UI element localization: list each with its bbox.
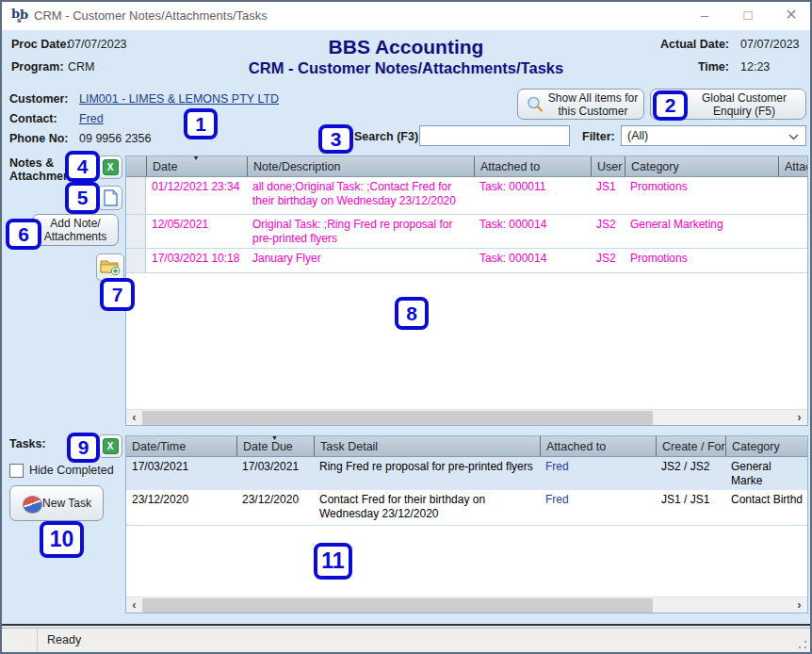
callout-7: 7: [100, 278, 135, 311]
notes-table: ▼Date Note/Description Attached to User …: [125, 155, 808, 426]
task-row[interactable]: 23/12/2020 23/12/2020 Contact Fred for t…: [126, 490, 807, 526]
sort-descending-icon: ▼: [192, 156, 200, 162]
scrollbar-thumb[interactable]: [142, 598, 653, 613]
note-row[interactable]: 17/03/2021 10:18 January Flyer Task: 000…: [126, 249, 807, 273]
show-all-items-label: Show All items for this Customer: [548, 91, 638, 118]
callout-6: 6: [6, 219, 41, 250]
notes-export-excel-button[interactable]: X: [98, 155, 122, 179]
note-date: 12/05/2021: [146, 215, 247, 248]
task-row-selected[interactable]: 17/03/2021 17/03/2021 Ring Fred re propo…: [126, 457, 807, 490]
hide-completed-checkbox[interactable]: [9, 464, 24, 478]
contact-label: Contact:: [9, 112, 57, 125]
tasks-detail-column-header[interactable]: Task Detail: [314, 436, 540, 456]
notes-horizontal-scrollbar[interactable]: ‹ ›: [126, 409, 807, 425]
add-attachment-folder-button[interactable]: [96, 253, 124, 281]
page-title: CRM - Customer Notes/Attachments/Tasks: [2, 59, 810, 77]
search-input[interactable]: [419, 125, 570, 146]
global-customer-enquiry-label: Global Customer Enquiry (F5): [702, 91, 787, 118]
search-label: Search (F3):: [354, 130, 422, 143]
note-description: Original Task: ;Ring Fred re proposal fo…: [247, 215, 474, 248]
callout-10: 10: [40, 521, 84, 558]
sort-descending-icon: ▼: [271, 436, 279, 442]
status-text: Ready: [47, 633, 81, 646]
note-category: Promotions: [625, 177, 778, 214]
hide-completed-label: Hide Completed: [29, 464, 114, 477]
filter-label: Filter:: [582, 130, 615, 143]
tasks-horizontal-scrollbar[interactable]: ‹ ›: [126, 597, 807, 613]
scroll-left-arrow[interactable]: ‹: [126, 597, 142, 613]
status-bar-cell: [2, 629, 38, 652]
scroll-left-arrow[interactable]: ‹: [126, 410, 142, 426]
notes-select-column-header[interactable]: [126, 156, 146, 176]
task-date-due: 17/03/2021: [236, 457, 314, 490]
tasks-category-column-header[interactable]: Category: [725, 436, 807, 456]
bsb-logo-icon: b s b: [10, 7, 29, 25]
callout-5: 5: [65, 182, 100, 214]
time-label: Time:: [698, 60, 729, 74]
tasks-export-excel-button[interactable]: X: [98, 434, 122, 458]
note-row[interactable]: 01/12/2021 23:34 all done;Original Task:…: [126, 177, 807, 215]
tasks-attached-to-column-header[interactable]: Attached to: [540, 436, 656, 456]
maximize-button[interactable]: □: [727, 2, 769, 30]
task-category: Contact Birthd: [725, 490, 807, 525]
tasks-datedue-column-header[interactable]: ▼Date Due: [236, 436, 314, 456]
row-selector-cell[interactable]: [126, 177, 146, 214]
svg-text:b: b: [20, 8, 28, 22]
note-row[interactable]: 12/05/2021 Original Task: ;Ring Fred re …: [126, 215, 807, 249]
note-date: 17/03/2021 10:18: [146, 249, 247, 272]
callout-1: 1: [184, 108, 218, 139]
task-attached-to: Fred: [540, 457, 656, 490]
scroll-right-arrow[interactable]: ›: [791, 597, 807, 613]
task-detail: Contact Fred for their birthday on Wedne…: [314, 490, 540, 525]
tasks-datetime-column-header[interactable]: Date/Time: [126, 436, 236, 456]
actual-date-value: 07/07/2023: [740, 38, 800, 51]
new-task-button[interactable]: New Task: [9, 485, 104, 521]
task-date-due: 23/12/2020: [236, 490, 314, 525]
task-category: General Marke: [725, 457, 807, 490]
show-all-items-button[interactable]: Show All items for this Customer: [517, 89, 644, 120]
tasks-table: Date/Time ▼Date Due Task Detail Attached…: [125, 435, 808, 613]
note-user: JS2: [591, 215, 625, 248]
contact-link[interactable]: Fred: [79, 112, 104, 125]
notes-attachment-column-header[interactable]: Attac: [778, 156, 807, 176]
tasks-create-for-column-header[interactable]: Create / For: [656, 436, 725, 456]
close-button[interactable]: ✕: [771, 2, 812, 30]
new-task-label: New Task: [42, 497, 91, 510]
minimize-button[interactable]: –: [684, 2, 725, 30]
customer-label: Customer:: [9, 92, 69, 106]
customer-link[interactable]: LIM001 - LIMES & LEMONS PTY LTD: [79, 92, 279, 106]
time-value: 12:23: [740, 60, 770, 74]
notes-description-column-header[interactable]: Note/Description: [247, 156, 474, 176]
filter-dropdown[interactable]: (All): [621, 125, 806, 146]
row-selector-cell[interactable]: [126, 215, 146, 248]
notes-category-column-header[interactable]: Category: [625, 156, 778, 176]
task-detail: Ring Fred re proposal for pre-printed fl…: [314, 457, 540, 490]
excel-icon: X: [103, 438, 119, 454]
note-attached-to: Task: 000014: [474, 249, 591, 272]
row-selector-cell[interactable]: [126, 249, 146, 272]
callout-11: 11: [314, 543, 352, 580]
scrollbar-thumb[interactable]: [142, 411, 653, 425]
window-title: CRM - Customer Notes/Attachments/Tasks: [34, 2, 268, 30]
notes-date-column-header[interactable]: ▼Date: [146, 156, 247, 176]
callout-9: 9: [67, 433, 100, 463]
tasks-table-header: Date/Time ▼Date Due Task Detail Attached…: [126, 436, 807, 457]
task-date-time: 17/03/2021: [126, 457, 236, 490]
task-create-for: JS1 / JS1: [656, 490, 725, 525]
notes-attached-to-column-header[interactable]: Attached to: [474, 156, 591, 176]
scroll-right-arrow[interactable]: ›: [791, 410, 807, 426]
task-attached-to: Fred: [540, 490, 656, 525]
note-description: January Flyer: [247, 249, 474, 272]
add-note-attachments-button[interactable]: Add Note/ Attachments: [32, 214, 119, 246]
note-user: JS2: [591, 249, 625, 272]
callout-2: 2: [653, 90, 688, 121]
task-date-time: 23/12/2020: [126, 490, 236, 525]
resize-grip-icon[interactable]: [798, 640, 807, 649]
actual-date-label: Actual Date:: [660, 38, 729, 51]
title-bar[interactable]: b s b CRM - Customer Notes/Attachments/T…: [2, 2, 810, 30]
note-attached-to: Task: 000014: [474, 215, 591, 248]
new-note-button[interactable]: [98, 186, 122, 210]
search-icon: [526, 95, 544, 114]
note-category: General Marketing: [625, 215, 778, 248]
notes-user-column-header[interactable]: User: [591, 156, 625, 176]
